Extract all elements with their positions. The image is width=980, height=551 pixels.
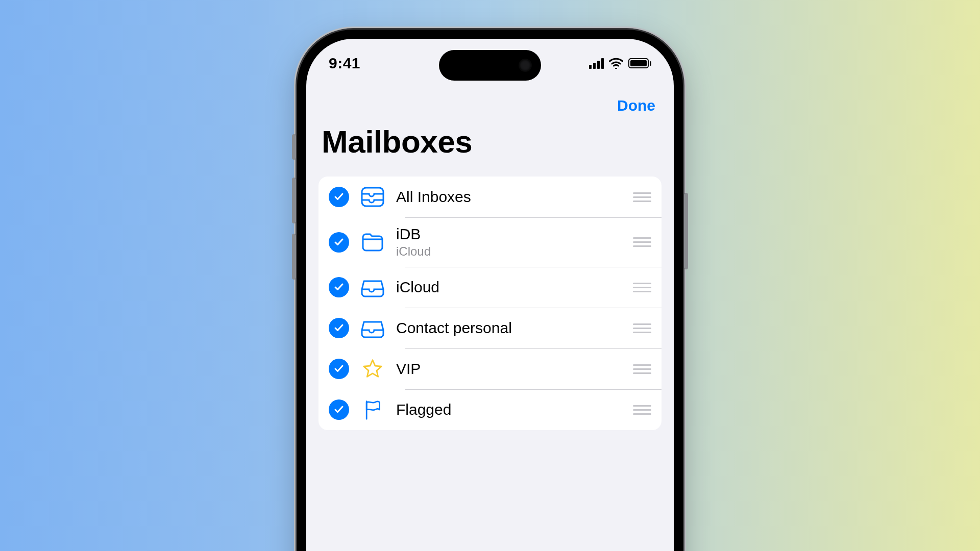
list-item[interactable]: Contact personal — [318, 308, 662, 348]
checkbox-checked-icon[interactable] — [329, 187, 349, 207]
phone-frame: 9:41 — [297, 30, 683, 551]
checkbox-checked-icon[interactable] — [329, 399, 349, 420]
drag-handle-icon[interactable] — [633, 237, 651, 247]
wifi-icon — [609, 58, 623, 69]
flag-icon — [360, 397, 385, 422]
volume-down-button — [292, 234, 296, 280]
folder-icon — [360, 230, 385, 255]
side-button — [684, 193, 688, 269]
cellular-signal-icon — [589, 58, 604, 69]
all-inboxes-icon — [360, 185, 385, 209]
screen: 9:41 — [306, 39, 674, 551]
done-button[interactable]: Done — [617, 97, 655, 114]
volume-up-button — [292, 178, 296, 223]
mailbox-list: All Inboxes iD — [318, 177, 662, 430]
star-icon — [360, 357, 385, 381]
checkbox-checked-icon[interactable] — [329, 277, 349, 297]
checkbox-checked-icon[interactable] — [329, 318, 349, 338]
mailbox-sublabel: iCloud — [396, 244, 633, 259]
list-item[interactable]: All Inboxes — [318, 177, 662, 217]
dynamic-island — [439, 50, 541, 81]
mailbox-label: iDB — [396, 226, 633, 243]
mailbox-label: All Inboxes — [396, 188, 633, 206]
drag-handle-icon[interactable] — [633, 405, 651, 415]
drag-handle-icon[interactable] — [633, 364, 651, 374]
inbox-icon — [360, 275, 385, 299]
list-item[interactable]: iDB iCloud — [318, 217, 662, 267]
list-item[interactable]: iCloud — [318, 267, 662, 308]
page-title: Mailboxes — [322, 123, 472, 160]
ringer-switch — [292, 134, 296, 160]
mailbox-label: Flagged — [396, 401, 633, 419]
drag-handle-icon[interactable] — [633, 192, 651, 202]
battery-icon — [628, 58, 651, 68]
list-item[interactable]: VIP — [318, 348, 662, 389]
checkbox-checked-icon[interactable] — [329, 232, 349, 253]
mailbox-label: iCloud — [396, 279, 633, 296]
mailbox-label: Contact personal — [396, 319, 633, 337]
status-time: 9:41 — [329, 55, 360, 72]
inbox-icon — [360, 316, 385, 340]
drag-handle-icon[interactable] — [633, 323, 651, 333]
drag-handle-icon[interactable] — [633, 283, 651, 292]
mailbox-label: VIP — [396, 360, 633, 378]
list-item[interactable]: Flagged — [318, 389, 662, 430]
checkbox-checked-icon[interactable] — [329, 359, 349, 379]
nav-bar: Done — [306, 88, 674, 123]
